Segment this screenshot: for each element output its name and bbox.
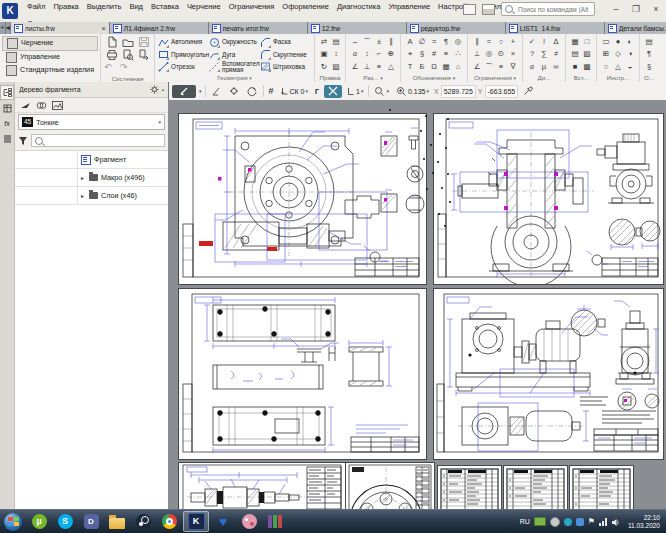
ribbon-nav-item[interactable]: Черчение	[2, 36, 98, 51]
zoom-value-combo[interactable]: 0.135 ▾	[394, 85, 431, 98]
tool-icon[interactable]: ▧	[330, 61, 342, 73]
close-button[interactable]: ×	[649, 4, 663, 14]
document-tab[interactable]: Детали бамсы.frw	[605, 22, 666, 34]
tool-icon[interactable]: ∥	[385, 36, 397, 48]
parameters-panel-icon[interactable]	[1, 102, 13, 115]
grid-toggle-icon[interactable]: #	[267, 85, 276, 98]
heart-app-icon[interactable]: ♥	[210, 511, 236, 532]
tool-icon[interactable]: ▤	[569, 48, 581, 60]
tool-icon[interactable]: ≡	[495, 61, 507, 73]
volume-icon[interactable]	[611, 513, 620, 531]
rounding-toggle-icon[interactable]	[324, 85, 342, 98]
tool-hatch[interactable]: Штриховка	[260, 61, 311, 73]
menu-item[interactable]: Выделить	[84, 1, 125, 12]
menu-item[interactable]: Оформление	[279, 1, 332, 12]
ortho-mode-icon[interactable]: Г	[313, 85, 321, 98]
tool-icon[interactable]: ◎	[452, 36, 464, 48]
chrome-icon[interactable]	[156, 511, 182, 532]
tool-icon[interactable]: ∠	[471, 61, 483, 73]
tool-rectangle[interactable]: Прямоугольник	[158, 48, 209, 60]
tool-icon[interactable]: ↕	[330, 48, 342, 60]
undo-icon[interactable]: ↶	[104, 62, 119, 74]
tool-icon[interactable]: △	[385, 61, 397, 73]
tool-icon[interactable]: =	[483, 36, 495, 48]
tool-icon[interactable]: ∅	[416, 36, 428, 48]
sheet-specification-2[interactable]	[503, 465, 568, 510]
variables-panel-icon[interactable]: fx	[1, 117, 13, 130]
tool-icon[interactable]: ○	[495, 36, 507, 48]
selection-mode-dropdown-icon[interactable]: ▾	[199, 88, 202, 94]
sheet-specification-1[interactable]	[437, 465, 502, 510]
tool-icon[interactable]: ∇	[507, 61, 519, 73]
tool-icon[interactable]: ∆	[550, 36, 562, 48]
tool-circle[interactable]: Окружность	[209, 36, 260, 48]
tool-icon[interactable]: ↻	[318, 61, 330, 73]
gpu-tray-icon[interactable]	[534, 517, 546, 526]
tool-icon[interactable]: ▧	[581, 48, 593, 60]
tool-icon[interactable]: ▤	[330, 36, 342, 48]
document-tab[interactable]: Л1.4финал 2.frw	[110, 22, 209, 34]
tool-icon[interactable]: +	[507, 36, 519, 48]
document-tab[interactable]: LIST1_14.frw	[506, 22, 605, 34]
ribbon-group-label[interactable]: Раз... ▾	[346, 73, 400, 82]
tray-app-icon[interactable]	[550, 517, 560, 527]
tool-icon[interactable]: ⊥	[471, 48, 483, 60]
tool-icon[interactable]: ⊥	[361, 61, 373, 73]
ribbon-nav-item[interactable]: Стандартные изделия	[2, 64, 98, 77]
signal-icon[interactable]	[599, 518, 607, 526]
menu-item[interactable]: Управление	[385, 1, 433, 12]
winrar-icon[interactable]	[262, 511, 288, 532]
save-icon[interactable]	[136, 36, 151, 48]
tray-app2-icon[interactable]	[564, 518, 572, 526]
document-tab[interactable]: 12.frw	[308, 22, 407, 34]
document-tab[interactable]: печать итог.frw	[209, 22, 308, 34]
tool-icon[interactable]: ▩	[581, 61, 593, 73]
open-document-icon[interactable]	[120, 36, 135, 48]
tool-icon[interactable]: ▦	[440, 61, 452, 73]
tool-icon[interactable]: ≡	[440, 48, 452, 60]
tool-icon[interactable]: ≈	[428, 36, 440, 48]
layer-group-icon[interactable]	[36, 96, 47, 114]
tree-root-row[interactable]: Фрагмент	[15, 151, 168, 169]
sheet-frame-views[interactable]	[178, 288, 427, 460]
tool-icon[interactable]: ○	[600, 61, 612, 73]
gear-icon[interactable]	[150, 85, 159, 95]
tree-search-field[interactable]	[31, 134, 165, 147]
tool-icon[interactable]: ●	[612, 36, 624, 48]
tool-icon[interactable]: ⊞	[600, 48, 612, 60]
skype-icon[interactable]: S	[52, 511, 78, 532]
tool-icon[interactable]: ⌐	[373, 48, 385, 60]
tool-icon[interactable]: ¶	[440, 36, 452, 48]
tool-icon[interactable]: ⌂	[452, 61, 464, 73]
document-tab[interactable]: редуктор.frw	[407, 22, 506, 34]
menu-item[interactable]: Вид	[126, 1, 146, 12]
tool-icon[interactable]: ◐	[624, 36, 636, 48]
tool-icon[interactable]: ⊙	[495, 48, 507, 60]
tool-chamfer[interactable]: Фаска	[260, 36, 311, 48]
start-button[interactable]	[0, 511, 26, 532]
tree-panel-icon[interactable]	[0, 85, 14, 100]
tool-icon[interactable]: ⌒	[361, 36, 373, 48]
tool-icon[interactable]: ↕	[361, 48, 373, 60]
document-tab[interactable]: листы.frw ×	[11, 22, 110, 34]
tool-icon[interactable]: ⊕	[385, 48, 397, 60]
ribbon-group-label[interactable]: Обозначения ▾	[401, 73, 467, 82]
tool-icon[interactable]: §	[416, 48, 428, 60]
minimize-button[interactable]: –	[609, 4, 623, 14]
layout-window-icon[interactable]	[482, 4, 495, 15]
tool-icon[interactable]: ▤	[643, 36, 655, 48]
pen-style-icon[interactable]	[20, 96, 31, 114]
image-icon[interactable]	[52, 96, 63, 114]
taskbar-clock[interactable]: 22:10 11.03.2020	[624, 514, 660, 529]
layers-panel-icon[interactable]	[1, 132, 13, 145]
flag-icon[interactable]: ⚑	[588, 517, 595, 526]
tool-icon[interactable]: ◇	[612, 48, 624, 60]
new-document-icon[interactable]	[104, 36, 119, 48]
network-shield-icon[interactable]	[576, 518, 584, 526]
tool-icon[interactable]: #	[428, 48, 440, 60]
sheet-gear-face[interactable]	[345, 462, 435, 510]
tree-search-input[interactable]	[43, 136, 161, 145]
tool-icon[interactable]: ⌖	[404, 48, 416, 60]
customize-window-icon[interactable]	[463, 4, 476, 15]
tool-auxiliary-line[interactable]: Вспомогатель... прямая	[209, 61, 260, 73]
